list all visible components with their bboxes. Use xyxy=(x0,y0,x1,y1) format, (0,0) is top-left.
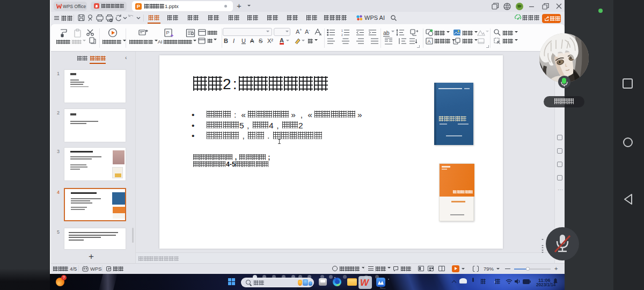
svg-text:P: P xyxy=(166,30,170,35)
svg-text:2: 2 xyxy=(341,33,343,36)
svg-text:A: A xyxy=(428,39,431,44)
svg-text:1: 1 xyxy=(341,29,343,32)
